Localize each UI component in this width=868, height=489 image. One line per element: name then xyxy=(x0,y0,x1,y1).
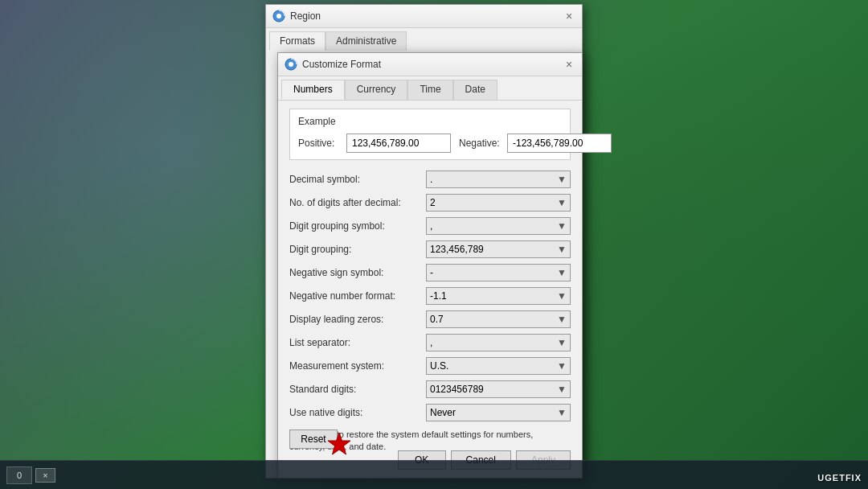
svg-point-1 xyxy=(276,14,281,18)
positive-label: Positive: xyxy=(298,138,338,149)
digit-grouping-dropdown[interactable]: 123,456,789 ▼ xyxy=(426,240,571,258)
list-separator-label: List separator: xyxy=(289,337,426,348)
leading-zeros-label: Display leading zeros: xyxy=(289,314,426,325)
tab-time[interactable]: Time xyxy=(407,80,452,100)
list-separator-value: , xyxy=(430,337,432,348)
digits-after-decimal-dropdown[interactable]: 2 ▼ xyxy=(426,194,571,212)
customize-body: Example Positive: Negative: Decimal symb… xyxy=(278,101,582,462)
settings-row-digits-after-decimal: No. of digits after decimal: 2 ▼ xyxy=(289,193,571,212)
settings-row-negative-number-format: Negative number format: -1.1 ▼ xyxy=(289,286,571,306)
negative-sign-value: - xyxy=(430,267,433,278)
tab-formats[interactable]: Formats xyxy=(269,31,326,51)
digits-after-decimal-value: 2 xyxy=(430,197,436,208)
watermark: UGETFIX xyxy=(817,473,862,483)
measurement-arrow: ▼ xyxy=(557,360,567,372)
negative-sign-arrow: ▼ xyxy=(557,267,567,278)
red-star-icon xyxy=(326,431,352,457)
digit-grouping-symbol-label: Digit grouping symbol: xyxy=(289,220,426,232)
tab-administrative[interactable]: Administrative xyxy=(326,31,407,51)
settings-row-negative-sign: Negative sign symbol: - ▼ xyxy=(289,263,571,282)
negative-value-input[interactable] xyxy=(507,134,612,153)
customize-dialog: Customize Format × Numbers Currency Time… xyxy=(277,52,583,479)
leading-zeros-dropdown[interactable]: 0.7 ▼ xyxy=(426,310,571,328)
measurement-dropdown[interactable]: U.S. ▼ xyxy=(426,357,571,375)
negative-number-format-dropdown[interactable]: -1.1 ▼ xyxy=(426,287,571,305)
decimal-symbol-label: Decimal symbol: xyxy=(289,174,426,185)
settings-row-native-digits: Use native digits: Never ▼ xyxy=(289,403,571,422)
region-title-text: Region xyxy=(290,10,321,22)
example-section: Example Positive: Negative: xyxy=(289,109,571,160)
negative-number-format-label: Negative number format: xyxy=(289,290,426,302)
standard-digits-label: Standard digits: xyxy=(289,384,426,395)
tab-numbers[interactable]: Numbers xyxy=(281,80,345,100)
svg-marker-4 xyxy=(328,433,350,454)
example-row: Positive: Negative: xyxy=(298,134,562,153)
settings-row-digit-grouping-symbol: Digit grouping symbol: , ▼ xyxy=(289,216,571,236)
native-digits-arrow: ▼ xyxy=(557,407,567,418)
customize-tabs: Numbers Currency Time Date xyxy=(278,76,582,101)
leading-zeros-value: 0.7 xyxy=(430,314,444,325)
customize-close-button[interactable]: × xyxy=(563,58,575,71)
measurement-value: U.S. xyxy=(430,360,448,372)
digit-grouping-symbol-value: , xyxy=(430,220,432,232)
native-digits-value: Never xyxy=(430,407,456,418)
settings-row-decimal-symbol: Decimal symbol: . ▼ xyxy=(289,170,571,189)
digits-after-decimal-label: No. of digits after decimal: xyxy=(289,197,426,208)
taskbar-close[interactable]: × xyxy=(35,468,55,483)
negative-sign-dropdown[interactable]: - ▼ xyxy=(426,264,571,281)
region-tabs: Formats Administrative xyxy=(266,28,582,51)
customize-title-text: Customize Format xyxy=(302,59,381,70)
digit-grouping-symbol-arrow: ▼ xyxy=(557,220,567,232)
standard-digits-arrow: ▼ xyxy=(557,384,567,395)
taskbar: 0 × xyxy=(0,460,868,489)
digit-grouping-symbol-dropdown[interactable]: , ▼ xyxy=(426,217,571,235)
region-titlebar-left: Region xyxy=(272,10,321,23)
decimal-symbol-value: . xyxy=(430,174,432,185)
digit-grouping-label: Digit grouping: xyxy=(289,244,426,255)
negative-number-format-value: -1.1 xyxy=(430,290,447,302)
decimal-symbol-dropdown[interactable]: . ▼ xyxy=(426,171,571,188)
native-digits-dropdown[interactable]: Never ▼ xyxy=(426,404,571,421)
digits-after-decimal-arrow: ▼ xyxy=(557,197,567,208)
list-separator-dropdown[interactable]: , ▼ xyxy=(426,334,571,351)
reset-area: Reset xyxy=(289,429,571,449)
negative-label: Negative: xyxy=(459,138,499,149)
reset-button-container: Reset xyxy=(289,429,338,449)
settings-row-digit-grouping: Digit grouping: 123,456,789 ▼ xyxy=(289,240,571,259)
taskbar-region-item[interactable]: 0 xyxy=(6,466,32,484)
settings-row-leading-zeros: Display leading zeros: 0.7 ▼ xyxy=(289,310,571,329)
example-title: Example xyxy=(298,116,562,127)
measurement-label: Measurement system: xyxy=(289,360,426,372)
list-separator-arrow: ▼ xyxy=(557,337,567,348)
region-close-button[interactable]: × xyxy=(563,10,575,23)
digit-grouping-arrow: ▼ xyxy=(557,244,567,255)
standard-digits-value: 0123456789 xyxy=(430,384,484,395)
standard-digits-dropdown[interactable]: 0123456789 ▼ xyxy=(426,380,571,398)
settings-row-measurement: Measurement system: U.S. ▼ xyxy=(289,356,571,376)
customize-titlebar-left: Customize Format xyxy=(285,58,381,71)
leading-zeros-arrow: ▼ xyxy=(557,314,567,325)
settings-row-standard-digits: Standard digits: 0123456789 ▼ xyxy=(289,380,571,399)
digit-grouping-value: 123,456,789 xyxy=(430,244,484,255)
negative-sign-label: Negative sign symbol: xyxy=(289,267,426,278)
customize-title-icon xyxy=(285,58,297,71)
svg-point-3 xyxy=(289,62,293,67)
tab-date[interactable]: Date xyxy=(453,80,497,100)
region-title-icon xyxy=(272,10,285,23)
positive-value-input[interactable] xyxy=(346,134,451,153)
negative-number-format-arrow: ▼ xyxy=(557,290,567,302)
customize-titlebar: Customize Format × xyxy=(278,53,582,76)
decimal-symbol-arrow: ▼ xyxy=(557,174,567,185)
native-digits-label: Use native digits: xyxy=(289,407,426,418)
region-titlebar: Region × xyxy=(266,5,582,28)
tab-currency[interactable]: Currency xyxy=(345,80,408,100)
settings-row-list-separator: List separator: , ▼ xyxy=(289,333,571,352)
